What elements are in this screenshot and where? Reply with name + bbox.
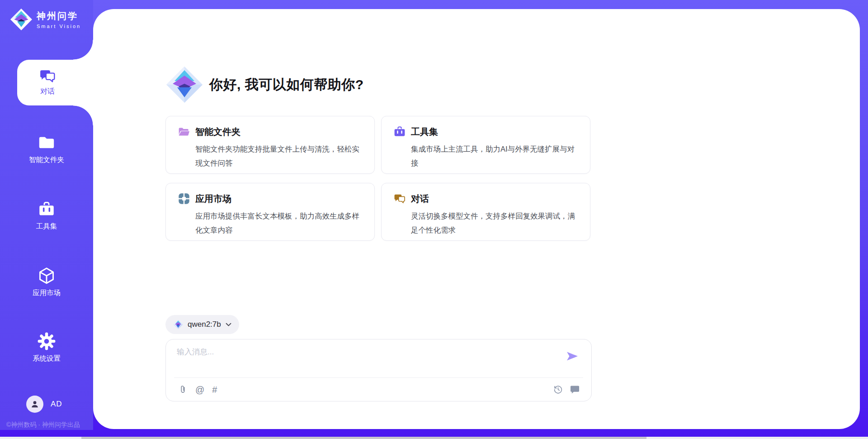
sidebar-item-label: 工具集 bbox=[14, 222, 80, 231]
paperclip-icon bbox=[178, 385, 188, 394]
tab-fillet-bottom bbox=[73, 105, 93, 125]
send-button[interactable] bbox=[565, 349, 580, 364]
history-icon bbox=[553, 385, 563, 394]
toolbox-icon bbox=[38, 201, 55, 217]
feedback-bubble-icon bbox=[570, 385, 580, 394]
sidebar-item-folders[interactable]: 智能文件夹 bbox=[14, 133, 80, 165]
card-desc: 应用市场提供丰富长文本模板，助力高效生成多样化文章内容 bbox=[195, 209, 362, 237]
brand-logo: 神州问学 Smart Vision bbox=[10, 8, 81, 31]
sidebar-item-label: 系统设置 bbox=[14, 354, 80, 363]
sidebar-item-tools[interactable]: 工具集 bbox=[14, 200, 80, 231]
model-name: qwen2:7b bbox=[188, 320, 221, 329]
card-app-market[interactable]: 应用市场 应用市场提供丰富长文本模板，助力高效生成多样化文章内容 bbox=[165, 183, 375, 241]
folder-open-icon bbox=[178, 126, 190, 138]
avatar bbox=[26, 396, 43, 413]
card-title: 应用市场 bbox=[195, 193, 231, 205]
hash-button[interactable]: # bbox=[212, 385, 217, 394]
sidebar-item-chat[interactable]: 对话 bbox=[17, 60, 93, 105]
chat-bubbles-icon bbox=[39, 69, 56, 83]
diamond-logo-icon bbox=[173, 320, 183, 329]
gear-icon bbox=[38, 332, 56, 350]
attach-button[interactable] bbox=[178, 385, 188, 395]
user-chip[interactable]: AD bbox=[26, 396, 62, 413]
cube-icon bbox=[38, 267, 55, 284]
grid-icon bbox=[178, 193, 190, 205]
user-initials: AD bbox=[51, 400, 62, 409]
feedback-button[interactable] bbox=[570, 385, 580, 395]
chevron-down-icon bbox=[226, 323, 231, 327]
greeting-text: 你好, 我可以如何帮助你? bbox=[209, 76, 364, 94]
card-title: 智能文件夹 bbox=[195, 126, 241, 138]
sidebar-item-settings[interactable]: 系统设置 bbox=[14, 332, 80, 363]
sidebar-item-label: 对话 bbox=[40, 87, 55, 96]
sidebar-footer: ©神州数码 · 神州问学出品 bbox=[6, 421, 92, 429]
person-icon bbox=[30, 399, 40, 409]
diamond-logo-icon bbox=[165, 66, 203, 104]
app: 神州问学 Smart Vision 对话 智能文件夹 工具集 应用市场 bbox=[0, 0, 868, 439]
card-desc: 灵活切换多模型文件，支持多样回复效果调试，满足个性化需求 bbox=[411, 209, 577, 237]
card-chat[interactable]: 对话 灵活切换多模型文件，支持多样回复效果调试，满足个性化需求 bbox=[381, 183, 590, 241]
send-icon bbox=[566, 349, 579, 363]
card-desc: 集成市场上主流工具，助力AI与外界无缝扩展与对接 bbox=[411, 142, 577, 170]
feature-cards: 智能文件夹 智能文件夹功能支持批量文件上传与清洗，轻松实现文件问答 工具集 集成… bbox=[165, 116, 590, 241]
sidebar-item-label: 应用市场 bbox=[14, 288, 80, 298]
sidebar-item-apps[interactable]: 应用市场 bbox=[14, 266, 80, 298]
card-toolset[interactable]: 工具集 集成市场上主流工具，助力AI与外界无缝扩展与对接 bbox=[381, 116, 590, 174]
sidebar-item-label: 智能文件夹 bbox=[14, 155, 80, 165]
folder-icon bbox=[38, 135, 55, 150]
card-title: 对话 bbox=[411, 193, 429, 205]
toolbox-icon bbox=[394, 126, 406, 138]
brand-name-zh: 神州问学 bbox=[37, 10, 81, 22]
message-input[interactable] bbox=[177, 347, 538, 373]
message-composer: @ # bbox=[165, 339, 592, 401]
horizontal-scrollbar-thumb[interactable] bbox=[81, 437, 646, 439]
card-smart-folder[interactable]: 智能文件夹 智能文件夹功能支持批量文件上传与清洗，轻松实现文件问答 bbox=[165, 116, 375, 174]
diamond-logo-icon bbox=[10, 8, 33, 31]
greeting-row: 你好, 我可以如何帮助你? bbox=[165, 66, 364, 104]
composer-toolbar: @ # bbox=[174, 377, 583, 401]
history-button[interactable] bbox=[553, 385, 563, 395]
model-selector[interactable]: qwen2:7b bbox=[165, 315, 239, 334]
card-title: 工具集 bbox=[411, 126, 438, 138]
brand-name-en: Smart Vision bbox=[37, 24, 81, 29]
tab-fillet-top bbox=[73, 40, 93, 60]
chat-bubbles-icon bbox=[394, 193, 406, 205]
mention-button[interactable]: @ bbox=[195, 385, 204, 394]
card-desc: 智能文件夹功能支持批量文件上传与清洗，轻松实现文件问答 bbox=[195, 142, 362, 170]
